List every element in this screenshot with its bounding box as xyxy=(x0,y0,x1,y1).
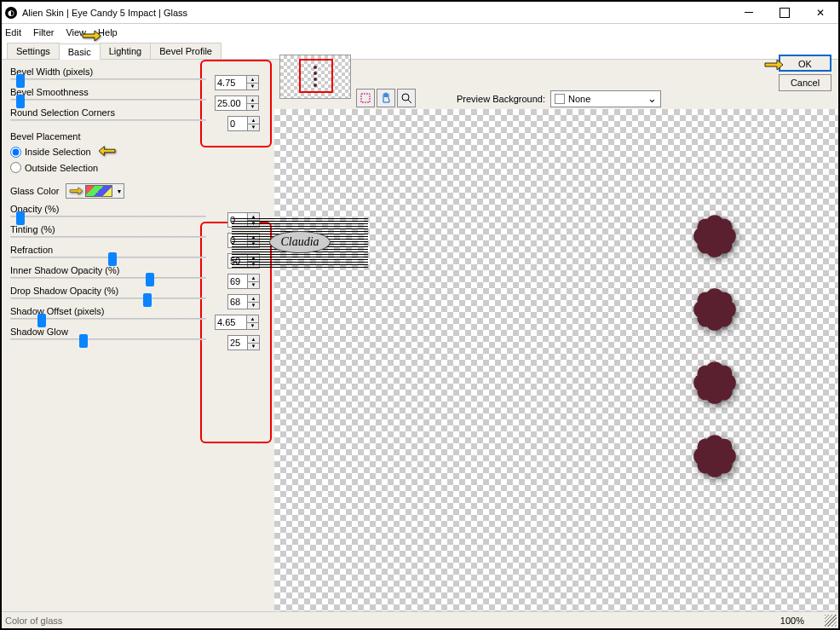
shadow-offset-control: Shadow Offset (pixels) ▲▼ xyxy=(10,306,266,320)
color-swatch-icon xyxy=(85,185,112,197)
bevel-placement-group: Bevel Placement Inside Selection Outside… xyxy=(10,131,266,173)
preview-shape xyxy=(692,360,738,406)
preview-shape xyxy=(692,213,738,259)
svg-point-29 xyxy=(705,373,725,393)
tabbar: Settings Basic Lighting Bevel Profile xyxy=(2,41,838,60)
svg-point-11 xyxy=(705,226,725,246)
menu-view[interactable]: View xyxy=(66,27,86,38)
menu-edit[interactable]: Edit xyxy=(5,27,21,38)
zoom-tool-button[interactable] xyxy=(397,89,416,107)
drop-shadow-control: Drop Shadow Opacity (%) ▲▼ xyxy=(10,286,266,299)
bevel-width-slider[interactable] xyxy=(10,78,206,80)
bevel-smoothness-control: Bevel Smoothness ▲▼ xyxy=(10,87,266,101)
tab-lighting[interactable]: Lighting xyxy=(100,43,152,59)
menu-filter[interactable]: Filter xyxy=(33,27,54,38)
dialog-buttons: OK Cancel xyxy=(779,55,831,91)
inner-shadow-control: Inner Shadow Opacity (%) ▲▼ xyxy=(10,265,266,279)
glass-color-button[interactable] xyxy=(66,183,124,199)
shadow-offset-slider[interactable] xyxy=(10,318,206,320)
controls-panel: Bevel Width (pixels) ▲▼ Bevel Smoothness… xyxy=(2,60,274,611)
watermark-text: Claudia xyxy=(269,231,330,253)
preview-toolbar xyxy=(356,89,416,107)
navigator-thumbnail[interactable] xyxy=(279,55,365,104)
tab-bevel-profile[interactable]: Bevel Profile xyxy=(150,43,222,59)
tinting-control: Tinting (%) ▲▼ xyxy=(10,224,266,238)
shadow-glow-control: Shadow Glow ▲▼ xyxy=(10,327,266,340)
preview-background-combo[interactable]: None xyxy=(550,90,661,107)
tinting-slider[interactable] xyxy=(10,236,206,238)
watermark: Claudia xyxy=(232,217,368,268)
tab-settings[interactable]: Settings xyxy=(7,43,60,59)
preview-background-label: Preview Background: xyxy=(457,94,545,104)
refraction-control: Refraction ▲▼ xyxy=(10,245,266,258)
bevel-width-control: Bevel Width (pixels) ▲▼ xyxy=(10,66,266,80)
outside-selection-label: Outside Selection xyxy=(25,163,98,173)
main-area: Bevel Width (pixels) ▲▼ Bevel Smoothness… xyxy=(2,60,838,611)
svg-point-1 xyxy=(402,94,409,101)
maximize-button[interactable] xyxy=(767,3,803,23)
shadow-glow-spinner[interactable]: ▲▼ xyxy=(248,335,260,350)
inside-selection-label: Inside Selection xyxy=(25,147,91,157)
pointer-hand-icon xyxy=(68,185,83,197)
preview-canvas[interactable]: Claudia xyxy=(274,109,838,611)
app-icon: ◐ xyxy=(5,7,17,19)
resize-grip[interactable] xyxy=(825,615,837,627)
titlebar: ◐ Alien Skin | Eye Candy 5 Impact | Glas… xyxy=(2,2,838,24)
menubar: Edit Filter View Help xyxy=(2,24,838,41)
hand-tool-button[interactable] xyxy=(377,89,395,107)
refraction-slider[interactable] xyxy=(10,257,206,258)
svg-point-38 xyxy=(705,446,725,466)
status-text: Color of glass xyxy=(5,616,62,626)
svg-point-20 xyxy=(705,299,725,320)
outside-selection-radio[interactable] xyxy=(10,162,21,173)
bevel-placement-label: Bevel Placement xyxy=(10,131,266,142)
minimize-button[interactable] xyxy=(731,3,767,23)
none-swatch-icon xyxy=(555,94,565,104)
preview-background-row: Preview Background: None xyxy=(457,90,661,107)
opacity-slider[interactable] xyxy=(10,216,206,217)
window-title: Alien Skin | Eye Candy 5 Impact | Glass xyxy=(22,8,731,18)
shadow-glow-slider[interactable] xyxy=(10,338,206,340)
round-corners-slider[interactable] xyxy=(10,119,206,121)
svg-line-2 xyxy=(408,100,411,103)
preview-shape xyxy=(692,286,738,332)
glass-color-row: Glass Color xyxy=(10,183,266,199)
cancel-button[interactable]: Cancel xyxy=(779,74,831,91)
round-corners-spinner[interactable]: ▲▼ xyxy=(248,116,260,131)
round-corners-control: Round Selection Corners ▲▼ xyxy=(10,107,266,121)
inside-selection-radio[interactable] xyxy=(10,147,21,158)
menu-help[interactable]: Help xyxy=(98,27,118,38)
preview-background-value: None xyxy=(568,94,590,104)
statusbar: Color of glass 100% xyxy=(2,611,838,628)
bevel-smoothness-slider[interactable] xyxy=(10,99,206,101)
svg-rect-0 xyxy=(361,94,370,102)
close-button[interactable] xyxy=(803,3,838,23)
pointer-hand-icon xyxy=(96,143,118,160)
preview-panel: Preview Background: None OK Cancel Claud… xyxy=(274,60,838,611)
selection-tool-button[interactable] xyxy=(356,89,375,107)
window-controls xyxy=(731,3,838,23)
inner-shadow-slider[interactable] xyxy=(10,277,206,279)
glass-color-label: Glass Color xyxy=(10,186,59,196)
shadow-glow-input[interactable] xyxy=(227,335,248,350)
tab-basic[interactable]: Basic xyxy=(59,43,101,60)
zoom-level: 100% xyxy=(780,616,804,626)
preview-shape xyxy=(692,433,738,479)
drop-shadow-slider[interactable] xyxy=(10,298,206,299)
ok-button[interactable]: OK xyxy=(779,55,831,72)
round-corners-input[interactable] xyxy=(227,116,248,131)
opacity-control: Opacity (%) ▲▼ xyxy=(10,204,266,217)
